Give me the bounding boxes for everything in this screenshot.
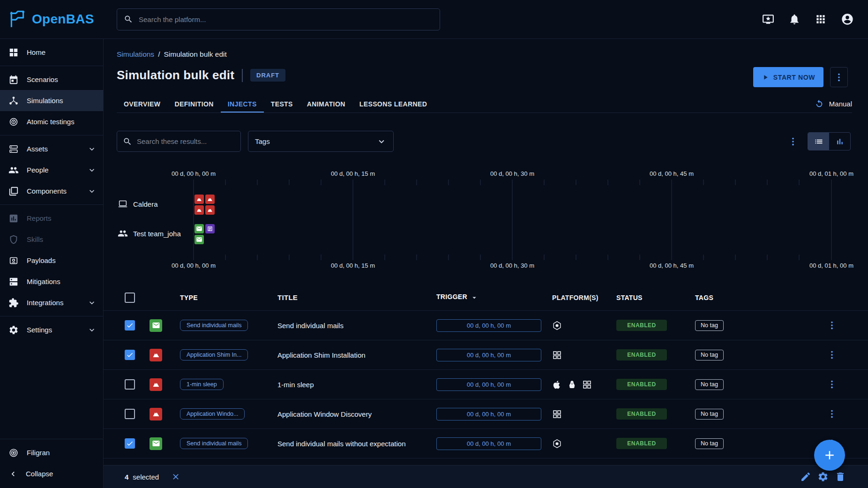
tags-filter-select[interactable]: Tags xyxy=(248,131,394,152)
tab-overview[interactable]: OVERVIEW xyxy=(117,95,167,113)
clear-selection-icon[interactable] xyxy=(171,472,180,481)
column-header-tags[interactable]: TAGS xyxy=(695,294,827,301)
row-checkbox[interactable] xyxy=(125,438,135,449)
chevron-down-icon[interactable] xyxy=(87,298,97,308)
page-menu-button[interactable] xyxy=(830,67,848,87)
inject-type-chip[interactable]: Application Windo... xyxy=(180,408,245,420)
results-search[interactable] xyxy=(117,131,241,152)
inject-type-chip[interactable]: 1-min sleep xyxy=(180,379,224,390)
chart-view-button[interactable] xyxy=(829,133,850,150)
table-row[interactable]: Application Windo... Application Window … xyxy=(104,399,868,429)
tag-chip[interactable]: No tag xyxy=(695,379,724,390)
trigger-chip[interactable]: 00 d, 00 h, 00 m xyxy=(436,437,541,450)
tag-chip[interactable]: No tag xyxy=(695,320,724,331)
notifications-bell-icon[interactable] xyxy=(788,13,801,25)
inject-title: Application Shim Installation xyxy=(277,351,436,359)
filigran-brand[interactable]: Filigran xyxy=(0,442,103,463)
inject-type-chip[interactable]: Send individual mails xyxy=(180,438,248,449)
timeline-row-caldera[interactable]: Caldera xyxy=(118,199,158,209)
global-search[interactable] xyxy=(117,8,440,30)
column-header-trigger[interactable]: TRIGGER xyxy=(436,293,552,301)
email-inject-icon xyxy=(150,319,162,332)
sidebar-item-simulations[interactable]: Simulations xyxy=(0,90,103,111)
bulk-update-gear-icon[interactable] xyxy=(817,471,829,482)
filters-bar: Tags xyxy=(117,131,851,152)
sidebar-item-reports[interactable]: Reports xyxy=(0,208,103,229)
sidebar-item-home[interactable]: Home xyxy=(0,42,103,63)
sidebar-item-skills[interactable]: Skills xyxy=(0,229,103,250)
inject-type-chip[interactable]: Application Shim In... xyxy=(180,349,248,360)
timeline-inject-email-icon[interactable] xyxy=(195,235,204,244)
chevron-down-icon[interactable] xyxy=(87,187,97,196)
row-menu-dots-icon[interactable] xyxy=(827,409,837,419)
list-menu-dots-icon[interactable] xyxy=(788,136,798,147)
tag-chip[interactable]: No tag xyxy=(695,438,724,449)
results-search-input[interactable] xyxy=(137,137,235,145)
select-all-checkbox[interactable] xyxy=(125,293,135,303)
timeline-inject-caldera-icon[interactable] xyxy=(195,205,204,215)
brand-label: Filigran xyxy=(27,449,50,457)
tab-definition[interactable]: DEFINITION xyxy=(167,95,220,113)
trigger-chip[interactable]: 00 d, 00 h, 00 m xyxy=(436,319,541,332)
table-row[interactable]: Application Shim In... Application Shim … xyxy=(104,340,868,370)
row-checkbox[interactable] xyxy=(125,409,135,419)
global-search-input[interactable] xyxy=(139,15,433,23)
chevron-down-icon[interactable] xyxy=(87,144,97,154)
column-header-title[interactable]: TITLE xyxy=(277,293,436,301)
row-checkbox[interactable] xyxy=(125,320,135,330)
update-mode-control[interactable]: Manual xyxy=(814,95,852,113)
device-star-icon[interactable] xyxy=(762,13,774,25)
trigger-chip[interactable]: 00 d, 00 h, 00 m xyxy=(436,408,541,420)
table-row[interactable]: Send individual mails Send individual ma… xyxy=(104,429,868,458)
trigger-chip[interactable]: 00 d, 00 h, 00 m xyxy=(436,349,541,361)
column-header-status[interactable]: STATUS xyxy=(616,294,695,301)
timeline-inject-caldera-icon[interactable] xyxy=(195,195,204,204)
row-menu-dots-icon[interactable] xyxy=(827,350,837,360)
inject-type-chip[interactable]: Send individual mails xyxy=(180,320,248,331)
sidebar-collapse[interactable]: Collapse xyxy=(0,463,103,484)
sidebar-item-people[interactable]: People xyxy=(0,159,103,180)
chevron-down-icon[interactable] xyxy=(87,165,97,175)
sidebar-item-label: Settings xyxy=(27,326,52,334)
trigger-chip[interactable]: 00 d, 00 h, 00 m xyxy=(436,378,541,391)
table-row[interactable]: Send individual mails Send individual ma… xyxy=(104,311,868,340)
row-checkbox[interactable] xyxy=(125,350,135,360)
tab-lessons-learned[interactable]: LESSONS LEARNED xyxy=(352,95,434,113)
sidebar-item-payloads[interactable]: Payloads xyxy=(0,250,103,271)
sidebar-item-settings[interactable]: Settings xyxy=(0,319,103,340)
list-view-button[interactable] xyxy=(808,133,829,150)
sidebar-item-atomic-testings[interactable]: Atomic testings xyxy=(0,111,103,132)
openbas-logo[interactable]: OpenBAS xyxy=(0,9,104,29)
table-row[interactable]: 1-min sleep 1-min sleep 00 d, 00 h, 00 m… xyxy=(104,370,868,399)
sidebar-item-scenarios[interactable]: Scenarios xyxy=(0,69,103,90)
timeline-row-test-team[interactable]: Test team_joha xyxy=(118,228,181,239)
tab-injects[interactable]: INJECTS xyxy=(221,95,264,113)
platform-windows-icon xyxy=(552,409,562,419)
column-header-platforms[interactable]: PLATFORM(S) xyxy=(552,294,616,301)
tag-chip[interactable]: No tag xyxy=(695,409,724,420)
row-checkbox[interactable] xyxy=(125,379,135,390)
apps-grid-icon[interactable] xyxy=(815,13,827,25)
chevron-down-icon[interactable] xyxy=(87,325,97,335)
sidebar-item-assets[interactable]: Assets xyxy=(0,138,103,159)
column-header-type[interactable]: TYPE xyxy=(180,294,277,301)
bulk-selection-bar: 4 selected xyxy=(104,465,868,488)
add-inject-button[interactable] xyxy=(814,440,845,471)
timeline-inject-caldera-icon[interactable] xyxy=(205,205,215,215)
bulk-delete-trash-icon[interactable] xyxy=(835,471,846,482)
row-menu-dots-icon[interactable] xyxy=(827,379,837,390)
start-now-button[interactable]: START NOW xyxy=(753,67,823,87)
timeline-inject-email-icon[interactable] xyxy=(195,224,204,233)
sidebar-item-components[interactable]: Components xyxy=(0,180,103,202)
bulk-edit-pencil-icon[interactable] xyxy=(800,471,811,482)
account-icon[interactable] xyxy=(841,13,854,26)
breadcrumb-simulations-link[interactable]: Simulations xyxy=(117,50,154,59)
tab-animation[interactable]: ANIMATION xyxy=(300,95,352,113)
sidebar-item-integrations[interactable]: Integrations xyxy=(0,292,103,313)
row-menu-dots-icon[interactable] xyxy=(827,320,837,330)
tag-chip[interactable]: No tag xyxy=(695,350,724,360)
tab-tests[interactable]: TESTS xyxy=(264,95,300,113)
timeline-inject-channel-icon[interactable] xyxy=(205,224,215,233)
sidebar-item-mitigations[interactable]: Mitigations xyxy=(0,271,103,292)
timeline-inject-caldera-icon[interactable] xyxy=(205,195,215,204)
